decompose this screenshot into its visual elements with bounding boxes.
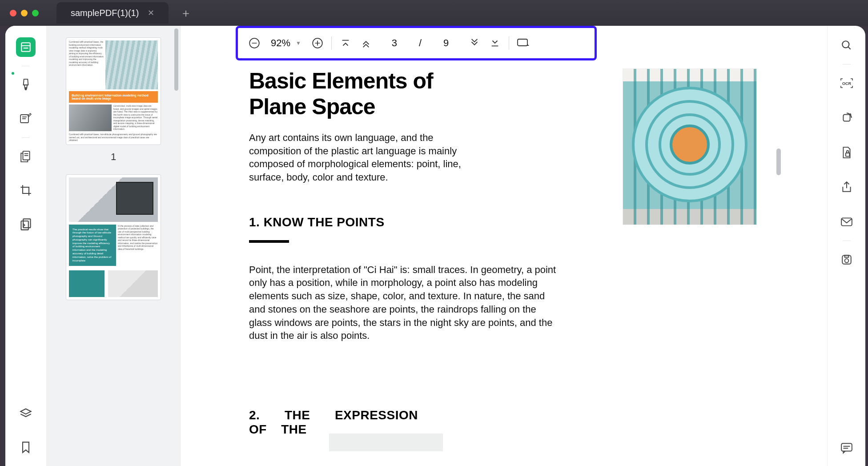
window-close-button[interactable]	[10, 10, 16, 16]
thumbnail-page-2[interactable]: The practical results show that through …	[66, 174, 161, 301]
window-maximize-button[interactable]	[32, 10, 39, 16]
article-intro: Any art contains its own language, and t…	[249, 131, 480, 184]
thumbnail-panel: Combined with practical cases, the build…	[47, 26, 181, 466]
crop-button[interactable]	[16, 181, 36, 200]
thumbnails-panel-button[interactable]	[16, 37, 36, 57]
thumb-image	[108, 270, 158, 297]
app-window: Combined with practical cases, the build…	[5, 26, 865, 466]
thumb-page-number: 1	[47, 151, 180, 163]
total-pages: 9	[428, 37, 464, 49]
layers-button[interactable]	[16, 404, 36, 423]
svg-point-20	[842, 41, 849, 48]
thumb-callout: Building environment information modelin…	[69, 91, 158, 103]
svg-rect-9	[23, 219, 30, 228]
heading-rule	[249, 240, 289, 243]
article-figure-2	[329, 434, 443, 451]
first-page-button[interactable]	[335, 33, 356, 53]
bookmark-button[interactable]	[16, 438, 36, 457]
annotate-button[interactable]	[16, 109, 36, 129]
zoom-in-button[interactable]	[307, 33, 328, 53]
thumb-callout: The practical results show that through …	[69, 225, 116, 266]
current-page-input[interactable]: 3	[376, 37, 413, 49]
tab-title: samplePDF(1)(1)	[71, 8, 139, 18]
view-toolbar: 92% ▼ 3 / 9	[236, 26, 597, 60]
thumb-block	[69, 270, 104, 297]
protect-button[interactable]	[838, 144, 856, 161]
separator	[843, 64, 851, 64]
svg-point-28	[844, 259, 848, 263]
ocr-button[interactable]: OCR	[838, 74, 856, 92]
separator	[22, 66, 30, 66]
thumbnail-scrollbar[interactable]	[174, 28, 178, 91]
svg-line-21	[848, 47, 850, 49]
svg-text:OCR: OCR	[842, 81, 852, 86]
document-tab[interactable]: samplePDF(1)(1) ✕	[56, 2, 169, 24]
svg-rect-25	[845, 153, 849, 157]
thumb-image	[69, 104, 112, 131]
thumb-text: Combined with practical cases, the build…	[69, 40, 104, 89]
rotate-button[interactable]	[838, 109, 856, 127]
left-sidebar	[5, 26, 47, 466]
new-tab-button[interactable]: ＋	[180, 5, 192, 21]
document-viewport: 92% ▼ 3 / 9	[181, 26, 827, 466]
svg-rect-29	[844, 255, 848, 257]
search-button[interactable]	[838, 36, 856, 54]
highlighter-button[interactable]	[16, 75, 36, 95]
svg-rect-18	[518, 39, 527, 46]
titlebar: samplePDF(1)(1) ✕ ＋	[0, 0, 868, 26]
article-figure	[623, 68, 757, 225]
svg-rect-30	[841, 443, 852, 451]
chevron-down-icon: ▼	[296, 40, 301, 46]
section-heading-2: 2. THE EXPRESSION OF THE	[249, 408, 418, 437]
zoom-level-value: 92%	[271, 37, 290, 49]
zoom-out-button[interactable]	[244, 33, 265, 53]
thumb-text: In the process of data collection and pr…	[118, 225, 158, 266]
svg-rect-26	[841, 218, 852, 225]
copy-pages-button[interactable]	[16, 147, 36, 166]
last-page-button[interactable]	[485, 33, 505, 53]
next-page-button[interactable]	[464, 33, 485, 53]
share-button[interactable]	[838, 178, 856, 196]
svg-rect-23	[843, 114, 850, 121]
page-content[interactable]: Basic Elements of Plane Space Any art co…	[236, 68, 779, 466]
active-indicator	[12, 72, 14, 75]
thumb-text: constructed, multi-view image data are f…	[113, 104, 158, 131]
separator	[22, 137, 30, 138]
page-separator: /	[413, 37, 428, 49]
separator	[509, 36, 509, 50]
section-body-1: Point, the interpretation of "Ci Hai" is…	[249, 263, 560, 342]
mail-button[interactable]	[838, 213, 856, 231]
right-sidebar: OCR	[827, 26, 865, 466]
window-minimize-button[interactable]	[21, 10, 28, 16]
save-button[interactable]	[838, 251, 856, 269]
thumb-image	[105, 40, 158, 89]
thumb-image	[69, 177, 158, 222]
notes-button[interactable]	[838, 439, 856, 457]
presentation-mode-button[interactable]	[513, 33, 533, 53]
separator	[843, 241, 851, 241]
thumb-text: Combined with practical cases, low-altit…	[69, 133, 158, 142]
zoom-level-dropdown[interactable]: 92% ▼	[265, 37, 307, 49]
pages-button[interactable]	[16, 214, 36, 234]
thumbnail-page-1[interactable]: Combined with practical cases, the build…	[66, 37, 161, 145]
document-scrollbar[interactable]	[776, 149, 781, 175]
svg-rect-0	[21, 43, 30, 52]
svg-marker-19	[527, 44, 529, 46]
previous-page-button[interactable]	[356, 33, 376, 53]
close-tab-icon[interactable]: ✕	[148, 8, 154, 18]
separator	[331, 36, 332, 50]
